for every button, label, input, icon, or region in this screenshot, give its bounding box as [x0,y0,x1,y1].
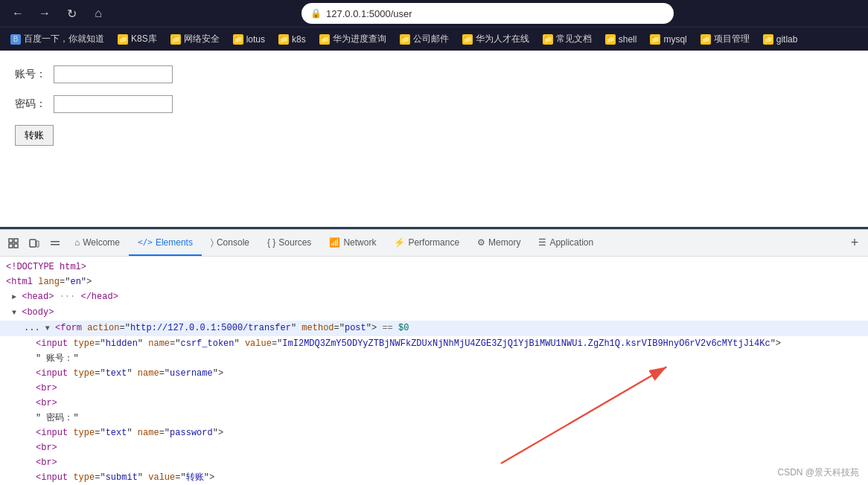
tab-application[interactable]: ☰ Application [529,230,602,256]
tab-sources-label: Sources [278,237,311,248]
page-content: 账号： 密码： 转账 [0,51,868,229]
devtools-content-wrapper: <!DOCTYPE html> <html lang="en"> ► <head… [0,257,868,485]
devtools-panel: ⌂ Welcome </> Elements 〉 Console { } Sou… [0,229,868,485]
watermark-text: CSDN @景天科技苑 [777,467,859,478]
tab-welcome[interactable]: ⌂ Welcome [66,230,129,256]
bookmark-gitlab[interactable]: 📁 gitlab [757,33,804,46]
bookmark-baidu[interactable]: B 百度一下，你就知道 [4,31,110,47]
refresh-button[interactable]: ↻ [61,3,82,24]
gitlab-icon: 📁 [763,34,773,45]
bookmark-lotus[interactable]: 📁 lotus [227,33,271,46]
csdn-watermark: CSDN @景天科技苑 [777,466,859,479]
bookmark-email[interactable]: 📁 公司邮件 [394,31,455,47]
inspect-element-button[interactable] [3,233,24,254]
code-line-account-text: " 账号：" [0,351,868,366]
bookmark-shell[interactable]: 📁 shell [599,33,643,46]
bookmark-gitlab-label: gitlab [776,34,798,45]
k8s-icon: 📁 [278,34,289,45]
shell-icon: 📁 [605,34,616,45]
devtools-content[interactable]: <!DOCTYPE html> <html lang="en"> ► <head… [0,257,868,485]
code-line-password-input: <input type="text" name="password"> [0,425,868,440]
code-line-username-input: <input type="text" name="username"> [0,366,868,381]
address-text: 127.0.0.1:5000/user [326,8,412,19]
code-line-csrf: <input type="hidden" name="csrf_token" v… [0,336,868,351]
tab-elements[interactable]: </> Elements [129,230,202,256]
bookmark-mysql-label: mysql [663,34,686,45]
code-line-form[interactable]: ... ▼ <form action="http://127.0.0.1:500… [0,321,868,336]
back-button[interactable]: ← [7,3,28,24]
submit-row: 转账 [15,125,853,146]
bookmark-baidu-label: 百度一下，你就知道 [24,33,104,45]
forward-button[interactable]: → [34,3,55,24]
svg-rect-2 [9,244,13,248]
bookmark-project[interactable]: 📁 项目管理 [695,31,756,47]
browser-titlebar: ← → ↻ ⌂ 🔒 127.0.0.1:5000/user [0,0,868,27]
svg-rect-0 [9,239,13,242]
code-line-head: ► <head> ··· </head> [0,289,868,305]
home-button[interactable]: ⌂ [88,3,109,24]
tab-performance-label: Performance [408,237,459,248]
address-bar[interactable]: 🔒 127.0.0.1:5000/user [301,3,674,24]
bookmark-shell-label: shell [619,34,637,45]
code-line-doctype: <!DOCTYPE html> [0,260,868,274]
bookmark-k8s[interactable]: 📁 k8s [272,33,312,46]
bookmark-k8slib[interactable]: 📁 K8S库 [112,31,163,47]
huawei-progress-icon: 📁 [319,34,330,45]
svg-rect-5 [36,241,39,247]
tab-network[interactable]: 📶 Network [320,230,385,256]
code-line-body-open: ▼ <body> [0,305,868,321]
tab-console-label: Console [217,237,249,248]
lotus-icon: 📁 [233,34,243,45]
elements-icon: </> [138,237,153,247]
docs-icon: 📁 [543,34,553,45]
tab-sources[interactable]: { } Sources [258,230,320,256]
svg-rect-7 [51,244,60,245]
password-row: 密码： [15,95,853,113]
project-icon: 📁 [701,34,711,45]
network-icon: 📶 [329,237,340,248]
devtools-tabs: ⌂ Welcome </> Elements 〉 Console { } Sou… [66,230,844,256]
svg-rect-3 [14,244,18,248]
submit-button[interactable]: 转账 [15,125,54,146]
memory-icon: ⚙ [477,237,485,248]
password-label: 密码： [15,97,46,111]
email-icon: 📁 [400,34,410,45]
bookmark-lotus-label: lotus [246,34,265,45]
lock-icon: 🔒 [310,8,322,19]
svg-rect-6 [51,241,60,242]
svg-rect-4 [30,240,36,247]
more-tools-button[interactable] [45,233,66,254]
tab-elements-label: Elements [156,237,193,248]
tab-memory[interactable]: ⚙ Memory [468,230,529,256]
tab-performance[interactable]: ⚡ Performance [385,230,468,256]
huawei-talent-icon: 📁 [462,34,473,45]
code-line-html: <html lang="en"> [0,274,868,289]
security-icon: 📁 [170,34,181,45]
tab-application-label: Application [549,237,593,248]
account-row: 账号： [15,65,853,83]
code-line-submit-input: <input type="submit" value="转账"> [0,470,868,485]
bookmark-security-label: 网络安全 [184,33,220,45]
device-toggle-button[interactable] [24,233,45,254]
bookmark-docs[interactable]: 📁 常见文档 [537,31,598,47]
bookmark-email-label: 公司邮件 [413,33,449,45]
bookmark-mysql[interactable]: 📁 mysql [644,33,692,46]
svg-rect-1 [14,239,18,242]
bookmark-huawei-progress[interactable]: 📁 华为进度查询 [313,31,392,47]
bookmark-security[interactable]: 📁 网络安全 [165,31,226,47]
bookmark-project-label: 项目管理 [714,33,750,45]
baidu-icon: B [10,34,21,45]
code-line-br1: <br> [0,381,868,396]
code-line-br3: <br> [0,440,868,455]
tab-console[interactable]: 〉 Console [202,230,258,256]
welcome-icon: ⌂ [74,237,80,248]
bookmarks-bar: B 百度一下，你就知道 📁 K8S库 📁 网络安全 📁 lotus 📁 k8s … [0,27,868,51]
add-tab-button[interactable]: + [844,233,865,254]
bookmark-huawei-talent[interactable]: 📁 华为人才在线 [456,31,535,47]
password-input[interactable] [54,95,173,113]
bookmark-k8slib-label: K8S库 [131,33,157,45]
code-line-password-text: " 密码：" [0,411,868,425]
account-input[interactable] [54,65,173,83]
html-tag: <html [6,277,38,287]
bookmark-docs-label: 常见文档 [556,33,592,45]
